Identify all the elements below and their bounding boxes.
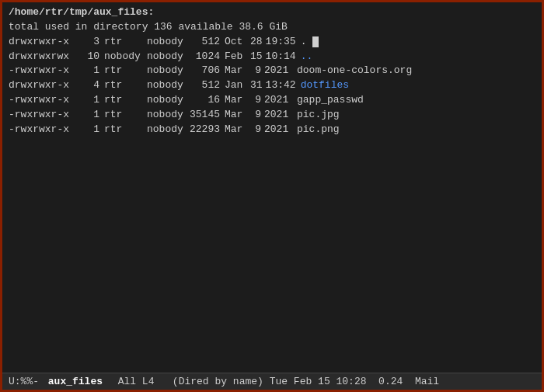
month: Mar [220,123,247,137]
terminal-content[interactable]: /home/rtr/tmp/aux_files: total used in d… [2,2,542,373]
day: 28 [247,35,263,50]
time-year: 2021 [261,64,292,78]
link-count: 1 [82,93,99,108]
group: nobody [142,93,185,108]
list-item[interactable]: -rwxrwxr-x1rtrnobody16Mar92021gapp_passw… [9,93,535,108]
time-year: 10:14 [263,50,296,64]
owner: rtr [99,108,142,123]
day: 9 [247,108,261,123]
size: 512 [185,35,220,50]
day: 9 [247,64,261,78]
list-item[interactable]: drwxrwxrwx10nobodynobody1024Feb1510:14.. [9,50,535,64]
permissions: -rwxrwxr-x [9,93,82,108]
summary-line: total used in directory 136 available 38… [9,20,535,35]
time-year: 13:42 [263,78,296,93]
link-count: 3 [82,35,99,50]
permissions: drwxrwxr-x [9,35,82,50]
owner: rtr [99,35,142,50]
group: nobody [142,50,185,64]
group: nobody [142,108,185,123]
filename: pic.jpg [292,108,340,123]
time-year: 2021 [261,93,292,108]
status-mode: U:%%- [9,376,45,387]
link-count: 1 [82,64,99,78]
filename: doom-one-colors.org [292,64,412,78]
size: 35145 [185,108,220,123]
time-year: 2021 [261,108,292,123]
list-item[interactable]: -rwxrwxr-x1rtrnobody706Mar92021doom-one-… [9,64,535,78]
month: Mar [220,64,247,78]
filename: pic.png [292,123,340,137]
owner: rtr [99,123,142,137]
month: Feb [220,50,247,64]
owner: rtr [99,78,142,93]
owner: rtr [99,93,142,108]
filename: gapp_passwd [292,93,364,108]
size: 706 [185,64,220,78]
day: 15 [247,50,263,64]
permissions: -rwxrwxr-x [9,123,82,137]
group: nobody [142,64,185,78]
size: 22293 [185,123,220,137]
permissions: drwxrwxrwx [9,50,82,64]
group: nobody [142,78,185,93]
month: Mar [220,108,247,123]
cursor [312,36,319,47]
time-year: 2021 [261,123,292,137]
group: nobody [142,35,185,50]
day: 31 [247,78,263,93]
list-item[interactable]: drwxrwxr-x4rtrnobody512Jan3113:42dotfile… [9,78,535,93]
list-item[interactable]: -rwxrwxr-x1rtrnobody22293Mar92021pic.png [9,123,535,137]
group: nobody [142,123,185,137]
day: 9 [247,93,261,108]
filename: dotfiles [296,78,349,93]
time-year: 19:35 [263,35,296,50]
month: Mar [220,93,247,108]
list-item[interactable]: -rwxrwxr-x1rtrnobody35145Mar92021pic.jpg [9,108,535,123]
month: Oct [220,35,247,50]
link-count: 1 [82,123,99,137]
size: 512 [185,78,220,93]
link-count: 10 [82,50,99,64]
permissions: -rwxrwxr-x [9,108,82,123]
status-filename: aux_files [48,376,103,387]
permissions: -rwxrwxr-x [9,64,82,78]
size: 1024 [185,50,220,64]
filename: . [296,35,319,50]
permissions: drwxrwxr-x [9,78,82,93]
path-line: /home/rtr/tmp/aux_files: [9,5,535,20]
day: 9 [247,123,261,137]
month: Jan [220,78,247,93]
filename: .. [296,50,313,64]
owner: rtr [99,64,142,78]
status-bar: U:%%- aux_files All L4 (Dired by name) T… [2,373,542,390]
size: 16 [185,93,220,108]
link-count: 1 [82,108,99,123]
list-item[interactable]: drwxrwxr-x3rtrnobody512Oct2819:35. [9,35,535,50]
owner: nobody [99,50,142,64]
link-count: 4 [82,78,99,93]
terminal-window: /home/rtr/tmp/aux_files: total used in d… [0,0,544,392]
status-info: All L4 (Dired by name) Tue Feb 15 10:28 … [106,376,439,387]
